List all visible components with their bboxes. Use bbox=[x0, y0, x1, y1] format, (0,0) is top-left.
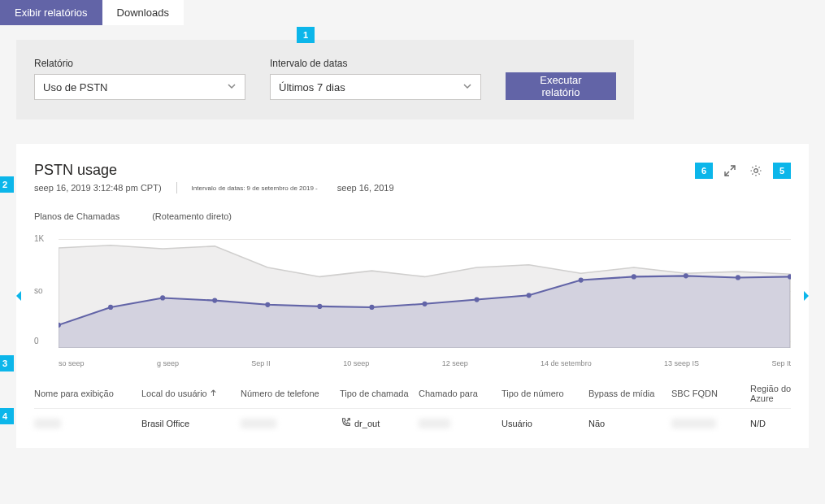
svg-point-9 bbox=[475, 297, 480, 302]
cell-called-to: xxxxxxx bbox=[419, 419, 500, 428]
report-title: PSTN usage bbox=[34, 162, 394, 179]
tab-downloads[interactable]: Downloads bbox=[102, 0, 184, 25]
callout-5: 5 bbox=[773, 163, 791, 179]
th-media-bypass[interactable]: Bypass de mídia bbox=[588, 389, 670, 398]
inner-tab-calling-plans[interactable]: Planos de Chamadas bbox=[34, 211, 119, 221]
chart-svg bbox=[59, 229, 791, 348]
svg-point-7 bbox=[369, 305, 374, 310]
sort-asc-icon bbox=[210, 389, 217, 398]
select-report-value: Uso de PSTN bbox=[43, 81, 107, 93]
cell-user-location: Brasil Office bbox=[141, 419, 239, 428]
svg-point-11 bbox=[579, 277, 584, 282]
svg-point-14 bbox=[736, 275, 740, 280]
x-tick: 12 seep bbox=[442, 359, 468, 367]
phone-outgoing-icon bbox=[340, 417, 351, 430]
table-row[interactable]: xxxxxx Brasil Office xxxxxxxx dr_out xxx… bbox=[34, 409, 791, 438]
expand-icon[interactable] bbox=[721, 162, 739, 180]
svg-point-6 bbox=[317, 304, 322, 309]
th-display-name[interactable]: Nome para exibição bbox=[34, 389, 140, 398]
x-tick: 14 de setembro bbox=[541, 359, 592, 367]
inner-tab-direct-routing[interactable]: (Roteamento direto) bbox=[152, 211, 232, 221]
x-tick: 13 seep IS bbox=[664, 359, 699, 367]
select-daterange-value: Últimos 7 dias bbox=[279, 81, 345, 93]
report-timestamp: seep 16, 2019 3:12:48 pm CPT) bbox=[34, 183, 162, 193]
cell-media-bypass: Não bbox=[588, 419, 670, 428]
th-called-to[interactable]: Chamado para bbox=[419, 389, 500, 398]
cell-number-type: Usuário bbox=[502, 419, 587, 428]
report-range-end: seep 16, 2019 bbox=[337, 183, 394, 193]
svg-point-3 bbox=[160, 295, 165, 300]
svg-point-0 bbox=[754, 169, 758, 173]
data-table: Nome para exibição Local do usuário Núme… bbox=[34, 379, 791, 438]
callout-6: 6 bbox=[695, 163, 713, 179]
y-tick-1k: 1K bbox=[34, 234, 44, 243]
x-tick: g seep bbox=[157, 359, 179, 367]
filter-daterange-label: Intervalo de datas bbox=[270, 58, 481, 69]
svg-point-5 bbox=[265, 302, 270, 307]
cell-call-type: dr_out bbox=[340, 417, 417, 430]
report-range-label: Intervalo de datas: 9 de setembro de 201… bbox=[192, 185, 318, 192]
th-user-location[interactable]: Local do usuário bbox=[141, 389, 239, 398]
th-azure-region[interactable]: Região do Azure bbox=[750, 384, 815, 403]
chart-area: 1K so 0 so seep g seep Sep II 10 seep 12… bbox=[34, 229, 791, 367]
svg-point-4 bbox=[212, 298, 217, 302]
callout-2: 2 bbox=[0, 176, 14, 193]
select-daterange[interactable]: Últimos 7 dias bbox=[270, 74, 481, 100]
settings-icon[interactable] bbox=[747, 162, 765, 180]
chevron-down-icon bbox=[462, 81, 472, 93]
x-tick: so seep bbox=[59, 359, 85, 367]
divider bbox=[176, 182, 177, 193]
th-sbc-fqdn[interactable]: SBC FQDN bbox=[671, 389, 749, 398]
tab-view-reports[interactable]: Exibir relatórios bbox=[0, 0, 102, 25]
svg-point-10 bbox=[527, 293, 532, 298]
x-tick: Sep It bbox=[771, 359, 791, 367]
cell-azure-region: N/D bbox=[750, 419, 815, 428]
svg-point-12 bbox=[632, 274, 636, 279]
cell-sbc-fqdn: xxxxxxxxxx bbox=[671, 419, 749, 428]
svg-point-2 bbox=[108, 305, 113, 310]
filter-bar: 1 Relatório Uso de PSTN Intervalo de dat… bbox=[16, 40, 634, 119]
th-call-type[interactable]: Tipo de chamada bbox=[340, 389, 417, 398]
callout-1: 1 bbox=[297, 27, 315, 43]
report-card: 2 3 4 PSTN usage seep 16, 2019 3:12:48 p… bbox=[16, 144, 809, 448]
th-phone[interactable]: Número de telefone bbox=[241, 389, 338, 398]
y-tick-0: 0 bbox=[34, 337, 39, 345]
callout-4: 4 bbox=[0, 408, 14, 424]
run-report-button[interactable]: Executar relatório bbox=[506, 72, 616, 100]
callout-3: 3 bbox=[0, 355, 14, 371]
cell-display-name: xxxxxx bbox=[34, 419, 140, 428]
chevron-down-icon bbox=[227, 81, 237, 93]
svg-point-8 bbox=[422, 302, 427, 306]
cell-phone: xxxxxxxx bbox=[241, 419, 338, 428]
x-tick: Sep II bbox=[251, 359, 271, 367]
y-tick-so: so bbox=[34, 286, 43, 295]
th-number-type[interactable]: Tipo de número bbox=[502, 389, 587, 398]
filter-report-label: Relatório bbox=[34, 58, 245, 69]
select-report[interactable]: Uso de PSTN bbox=[34, 74, 245, 100]
svg-point-13 bbox=[684, 273, 688, 278]
x-tick: 10 seep bbox=[343, 359, 369, 367]
